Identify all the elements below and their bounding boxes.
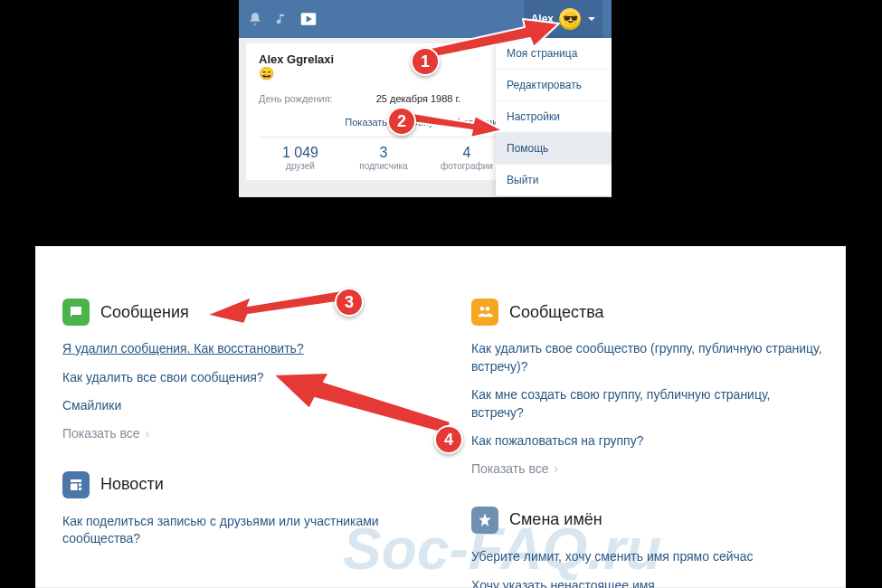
svg-marker-3: [427, 19, 559, 58]
com-link-create[interactable]: Как мне создать свою группу, публичную с…: [471, 386, 826, 422]
com-show-all[interactable]: Показать все›: [471, 461, 826, 476]
name-link-fake[interactable]: Хочу указать ненастоящее имя: [471, 577, 826, 588]
col-right: Сообщества Как удалить свое сообщество (…: [471, 299, 826, 588]
svg-point-2: [486, 307, 490, 311]
news-title: Новости: [100, 475, 164, 494]
names-icon: [471, 507, 498, 534]
svg-point-1: [480, 307, 485, 311]
names-title: Смена имён: [509, 510, 602, 529]
arrow-3: [204, 279, 349, 324]
stat-subs[interactable]: 3подписчика: [342, 145, 425, 171]
bell-icon[interactable]: [248, 12, 262, 26]
com-link-report[interactable]: Как пожаловаться на группу?: [471, 432, 826, 450]
menu-exit[interactable]: Выйти: [496, 165, 612, 196]
stat-friends[interactable]: 1 049друзей: [259, 145, 342, 171]
messages-title: Сообщения: [100, 303, 189, 322]
arrow-1: [425, 16, 561, 60]
avatar: 😎: [559, 8, 581, 30]
menu-edit[interactable]: Редактировать: [496, 70, 612, 101]
music-icon[interactable]: [275, 13, 288, 25]
svg-marker-6: [273, 373, 450, 434]
communities-title: Сообщества: [509, 303, 604, 322]
arrow-4: [271, 367, 452, 449]
messages-icon: [62, 299, 90, 326]
arrow-2: [405, 103, 505, 139]
menu-settings[interactable]: Настройки: [496, 101, 612, 133]
menu-help[interactable]: Помощь: [496, 133, 612, 165]
com-link-delete[interactable]: Как удалить свое сообщество (группу, пуб…: [471, 340, 826, 375]
communities-icon: [471, 299, 498, 326]
chevron-down-icon: [588, 17, 595, 21]
annotation-badge-3: 3: [335, 288, 364, 317]
annotation-badge-2: 2: [387, 107, 416, 136]
name-link-limit[interactable]: Уберите лимит, хочу сменить имя прямо се…: [471, 548, 826, 566]
news-icon: [62, 471, 90, 498]
user-dropdown: Моя страница Редактировать Настройки Пом…: [496, 38, 612, 196]
bday-label: День рождения:: [259, 93, 333, 104]
svg-marker-5: [206, 289, 349, 324]
news-link-share[interactable]: Как поделиться записью с друзьями или уч…: [62, 513, 417, 548]
play-square-icon[interactable]: [300, 11, 317, 27]
msg-link-restore[interactable]: Я удалил сообщения. Как восстановить?: [62, 340, 417, 358]
svg-marker-4: [405, 112, 503, 138]
annotation-badge-4: 4: [434, 425, 463, 454]
annotation-badge-1: 1: [411, 47, 440, 76]
